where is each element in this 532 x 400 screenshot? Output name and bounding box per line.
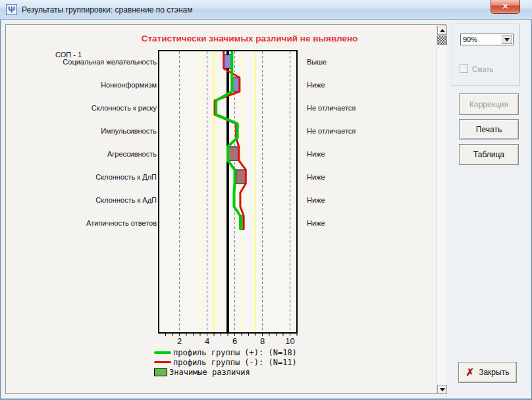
window-close-button[interactable]: ✕ bbox=[491, 0, 520, 14]
status-label: Ниже bbox=[307, 218, 325, 228]
arrow-down-icon bbox=[440, 388, 445, 391]
status-label: Ниже bbox=[307, 149, 325, 159]
compress-checkbox-label: Сжать bbox=[472, 65, 493, 73]
status-label: Выше bbox=[307, 57, 327, 67]
title-bar[interactable]: Ψ Результаты группировки: сравнение по с… bbox=[0, 0, 532, 20]
category-label: Атипичность ответов bbox=[6, 218, 157, 228]
combo-dropdown-button[interactable] bbox=[502, 35, 512, 44]
axis-tick-label: 6 bbox=[225, 336, 245, 346]
correction-button[interactable]: Коррекция bbox=[459, 93, 519, 115]
category-label: Социальная желательность bbox=[6, 57, 157, 67]
chevron-down-icon bbox=[504, 38, 510, 41]
compress-checkbox[interactable]: Сжать bbox=[460, 64, 493, 73]
category-label: Склонность к риску bbox=[6, 103, 157, 113]
content-panel: Статистически значимых различий не выявл… bbox=[5, 24, 446, 394]
significance-box bbox=[228, 147, 239, 161]
significance-box bbox=[236, 170, 246, 184]
table-button[interactable]: Таблица bbox=[459, 144, 519, 165]
status-label: Ниже bbox=[307, 195, 325, 205]
close-x-icon: ✗ bbox=[466, 366, 475, 378]
legend-label: Значимые различия bbox=[169, 368, 250, 377]
scroll-down-button[interactable] bbox=[437, 385, 447, 394]
zoom-value: 90% bbox=[461, 36, 502, 43]
scroll-thumb[interactable] bbox=[437, 36, 447, 45]
category-label: Склонность к ДлП bbox=[6, 172, 157, 182]
status-label: Ниже bbox=[307, 172, 325, 182]
category-label: Импульсивность bbox=[6, 126, 157, 136]
window-title: Результаты группировки: сравнение по стэ… bbox=[22, 5, 193, 14]
close-dialog-button[interactable]: ✗ Закрыть bbox=[458, 362, 517, 383]
category-label: Склонность к АдП bbox=[6, 195, 157, 205]
zoom-combobox[interactable]: 90% bbox=[460, 34, 514, 45]
close-dialog-label: Закрыть bbox=[479, 368, 509, 377]
arrow-up-icon bbox=[440, 29, 445, 32]
checkbox-icon bbox=[460, 64, 468, 73]
vertical-scrollbar[interactable] bbox=[437, 26, 446, 394]
status-label: Не отличается bbox=[307, 103, 356, 113]
print-button[interactable]: Печать bbox=[459, 119, 519, 139]
dialog-window: Ψ Результаты группировки: сравнение по с… bbox=[0, 0, 532, 400]
zoom-groupbox: 90% Сжать bbox=[452, 24, 520, 86]
axis-tick-label: 10 bbox=[280, 336, 300, 346]
legend-box-swatch bbox=[154, 368, 167, 376]
legend-label: профиль группы (+): (N=18) bbox=[173, 348, 297, 357]
legend-item: профиль группы (-): (N=11) bbox=[154, 357, 297, 367]
legend-item: профиль группы (+): (N=18) bbox=[154, 347, 297, 357]
legend-label: профиль группы (-): (N=11) bbox=[173, 358, 297, 367]
category-label: Нонконформизм bbox=[6, 80, 157, 90]
scroll-up-button[interactable] bbox=[437, 26, 447, 35]
category-label: Агрессивность bbox=[6, 149, 157, 159]
status-label: Не отличается bbox=[307, 126, 356, 136]
chart-legend: профиль группы (+): (N=18)профиль группы… bbox=[154, 347, 297, 377]
axis-tick-label: 2 bbox=[170, 336, 190, 346]
legend-line-swatch bbox=[154, 351, 171, 354]
status-label: Ниже bbox=[307, 80, 325, 90]
app-icon: Ψ bbox=[6, 4, 17, 15]
axis-tick-label: 4 bbox=[198, 336, 217, 346]
axis-tick-label: 8 bbox=[253, 336, 273, 346]
legend-item: Значимые различия bbox=[154, 367, 297, 377]
legend-line-swatch bbox=[154, 361, 171, 363]
